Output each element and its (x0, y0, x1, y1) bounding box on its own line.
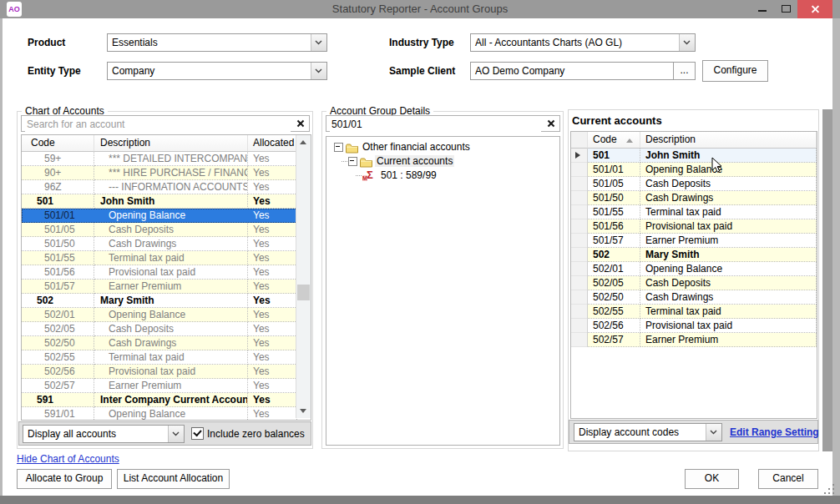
table-cell[interactable]: John Smith (94, 194, 248, 209)
tree-node-label[interactable]: Other financial accounts (361, 141, 472, 153)
table-cell[interactable]: 502 (22, 294, 94, 308)
table-row[interactable]: 90+*** HIRE PURCHASE / FINANC...Yes (22, 166, 311, 180)
table-cell[interactable]: Cash Deposits (640, 177, 817, 191)
table-cell[interactable]: 501 (22, 194, 94, 209)
table-cell[interactable]: 591 (22, 393, 94, 407)
table-cell[interactable]: 501/05 (22, 223, 94, 237)
table-cell[interactable]: Opening Balance (94, 209, 248, 223)
table-cell[interactable]: Earner Premium (640, 234, 817, 248)
close-button[interactable] (797, 0, 832, 18)
maximize-button[interactable] (775, 0, 797, 18)
table-cell[interactable]: Yes (248, 308, 297, 322)
table-row[interactable]: 502Mary Smith (571, 248, 817, 262)
table-cell[interactable]: 502/05 (588, 276, 640, 290)
table-row[interactable]: 591/01Opening BalanceYes (22, 407, 311, 421)
row-header-cell[interactable] (571, 305, 588, 319)
column-header-description[interactable]: Description (94, 135, 248, 152)
table-cell[interactable]: Cash Deposits (640, 276, 817, 290)
table-row[interactable]: 501/57Earner PremiumYes (22, 280, 311, 294)
clear-search-icon[interactable] (294, 118, 307, 129)
table-row[interactable]: 502/50Cash Drawings (571, 290, 817, 305)
table-row[interactable]: 502Mary SmithYes (22, 294, 311, 308)
row-header-cell[interactable] (571, 149, 588, 163)
table-cell[interactable]: Yes (248, 280, 297, 294)
vertical-scrollbar[interactable] (296, 135, 311, 418)
row-header-cell[interactable] (571, 248, 588, 262)
scrollbar-thumb[interactable] (297, 285, 310, 300)
table-cell[interactable]: Mary Smith (94, 294, 248, 308)
table-cell[interactable]: Provisional tax paid (94, 265, 248, 280)
table-cell[interactable]: Yes (248, 393, 297, 407)
chevron-down-icon[interactable] (311, 63, 326, 79)
table-row[interactable]: 502/01Opening Balance (571, 262, 817, 276)
table-cell[interactable]: Yes (248, 336, 297, 350)
minimize-button[interactable] (751, 0, 773, 18)
group-filter-box[interactable] (326, 115, 560, 132)
product-dropdown[interactable]: Essentials (107, 33, 327, 52)
table-cell[interactable]: 502/05 (22, 322, 94, 336)
table-cell[interactable]: 502/55 (22, 350, 94, 365)
table-cell[interactable]: Yes (248, 209, 297, 223)
scroll-down-icon[interactable] (296, 404, 311, 418)
edit-range-setting-link[interactable]: Edit Range Setting (730, 426, 819, 438)
table-cell[interactable]: --- INFORMATION ACCOUNTS... (94, 180, 248, 194)
clear-filter-icon[interactable] (544, 118, 558, 129)
table-cell[interactable]: 591/01 (22, 407, 94, 421)
tree-collapse-icon[interactable] (334, 143, 343, 152)
table-cell[interactable]: Opening Balance (94, 308, 248, 322)
table-cell[interactable]: Yes (248, 180, 297, 194)
tree-node[interactable]: Current accounts (326, 154, 559, 169)
table-cell[interactable]: Yes (248, 152, 297, 166)
chevron-down-icon[interactable] (168, 426, 184, 442)
table-row[interactable]: 502/50Cash DrawingsYes (22, 336, 311, 350)
table-row[interactable]: 501/50Cash Drawings (571, 191, 817, 205)
column-header-code[interactable]: Code (588, 132, 640, 149)
table-cell[interactable]: 501/55 (588, 205, 640, 219)
table-row[interactable]: 501/56Provisional tax paid (571, 219, 817, 234)
industry-type-dropdown[interactable]: All - Accountants Charts (AO GL) (470, 33, 696, 52)
chevron-down-icon[interactable] (679, 34, 695, 51)
table-row[interactable]: 501/01Opening BalanceYes (22, 209, 311, 223)
table-cell[interactable]: 502/55 (588, 305, 640, 319)
tree-node[interactable]: MΣ501 : 589/99 (326, 169, 559, 183)
account-search-input[interactable] (25, 117, 291, 132)
table-cell[interactable]: 502/57 (588, 333, 640, 347)
table-cell[interactable]: Yes (248, 194, 297, 209)
table-row[interactable]: 502/56Provisional tax paidYes (22, 365, 311, 379)
table-row[interactable]: 501/01Opening Balance (571, 163, 817, 177)
account-search-box[interactable] (21, 115, 310, 132)
table-cell[interactable]: Yes (248, 365, 297, 379)
table-row[interactable]: 502/05Cash Deposits (571, 276, 817, 290)
table-row[interactable]: 502/57Earner Premium (571, 333, 817, 347)
row-header-cell[interactable] (571, 333, 588, 347)
table-cell[interactable]: 502/50 (22, 336, 94, 350)
table-cell[interactable]: Yes (248, 407, 297, 421)
table-cell[interactable]: 502/01 (22, 308, 94, 322)
resize-grip[interactable] (825, 485, 835, 495)
table-cell[interactable]: Earner Premium (94, 280, 248, 294)
table-cell[interactable]: Yes (248, 166, 297, 180)
table-cell[interactable]: Earner Premium (94, 379, 248, 393)
table-cell[interactable]: Opening Balance (640, 163, 817, 177)
display-account-codes-dropdown[interactable]: Display account codes (574, 423, 722, 441)
table-row[interactable]: 502/57Earner PremiumYes (22, 379, 311, 393)
table-row[interactable]: 502/05Cash DepositsYes (22, 322, 311, 336)
row-header-cell[interactable] (571, 163, 588, 177)
table-row[interactable]: 501/55Terminal tax paidYes (22, 251, 311, 265)
table-cell[interactable]: 501/01 (588, 163, 640, 177)
table-cell[interactable]: 502/56 (588, 319, 640, 333)
table-cell[interactable]: Provisional tax paid (94, 365, 248, 379)
column-header-allocated[interactable]: Allocated (248, 135, 296, 152)
table-cell[interactable]: Cash Drawings (640, 191, 817, 205)
chevron-down-icon[interactable] (706, 424, 721, 441)
table-row[interactable]: 501/56Provisional tax paidYes (22, 265, 311, 280)
table-cell[interactable]: Provisional tax paid (640, 219, 817, 234)
table-row[interactable]: 501/57Earner Premium (571, 234, 817, 248)
table-cell[interactable]: Cash Drawings (94, 336, 248, 350)
table-cell[interactable]: Cash Deposits (94, 322, 248, 336)
table-cell[interactable]: Yes (248, 294, 297, 308)
hide-chart-of-accounts-link[interactable]: Hide Chart of Accounts (17, 453, 119, 465)
table-cell[interactable]: 502/57 (22, 379, 94, 393)
table-cell[interactable]: Terminal tax paid (640, 205, 817, 219)
list-account-allocation-button[interactable]: List Account Allocation (117, 469, 230, 489)
